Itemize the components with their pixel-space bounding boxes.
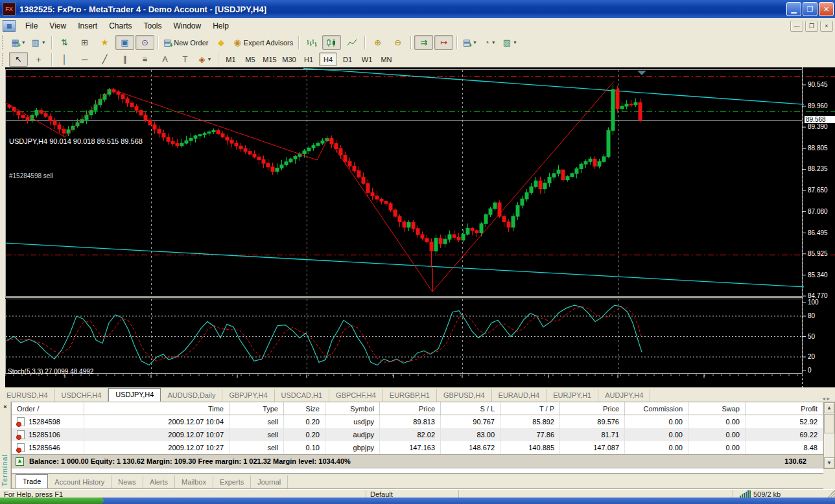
chart-child-icon[interactable]: ▦ — [3, 20, 16, 32]
strategy-tester-icon[interactable]: ⊙ — [135, 35, 154, 50]
menu-view[interactable]: View — [43, 19, 72, 32]
terminal-tab-mailbox[interactable]: Mailbox — [175, 475, 213, 488]
child-close-button[interactable]: × — [820, 21, 833, 32]
column-header[interactable]: T / P — [500, 402, 560, 415]
indicators-icon[interactable]: ▤+▼ — [460, 35, 479, 50]
scroll-down-button[interactable]: ▼ — [824, 457, 834, 468]
period-m1-button[interactable]: M1 — [222, 52, 240, 66]
order-row[interactable]: 152851062009.12.07 10:07sell0.20audjpy82… — [12, 428, 823, 441]
chart-tab-usdjpy-h4[interactable]: USDJPY,H4 — [108, 388, 161, 402]
zoom-in-icon[interactable]: ⊕ — [368, 35, 387, 50]
column-header[interactable]: Size — [284, 402, 325, 415]
terminal-scrollbar[interactable]: ▲ ▼ — [823, 402, 835, 469]
period-m15-button[interactable]: M15 — [261, 52, 279, 66]
crosshair-icon[interactable]: ＋ — [29, 52, 48, 67]
order-row[interactable]: 152845982009.12.07 10:04sell0.20usdjpy89… — [12, 415, 823, 428]
new-order-button[interactable]: ▤+New Order — [161, 35, 210, 50]
scroll-up-button[interactable]: ▲ — [824, 402, 834, 413]
column-header[interactable]: Time — [84, 402, 229, 415]
minimize-button[interactable]: ▁ — [786, 2, 801, 16]
metaeditor-icon[interactable]: ◆ — [211, 35, 230, 50]
column-header[interactable]: Swap — [688, 402, 746, 415]
terminal-tab-trade[interactable]: Trade — [16, 474, 48, 488]
fibonacci-icon[interactable]: ≡ — [135, 52, 154, 67]
periods-icon[interactable]: ◔▼ — [480, 35, 499, 50]
terminal-tab-journal[interactable]: Journal — [251, 475, 288, 488]
maximize-button[interactable]: ❒ — [803, 2, 817, 16]
column-header[interactable]: Price — [380, 402, 441, 415]
status-bar: For Help, press F1 Default 509/2 kb — [0, 489, 835, 498]
terminal-tab-news[interactable]: News — [112, 475, 143, 488]
menu-tools[interactable]: Tools — [138, 19, 168, 32]
text-icon[interactable]: A — [156, 52, 174, 67]
chart-tab-audusd-daily[interactable]: AUDUSD,Daily — [161, 389, 222, 402]
column-header[interactable]: Price — [560, 402, 625, 415]
column-header[interactable]: Type — [229, 402, 284, 415]
new-chart-icon[interactable]: ▦+▼ — [9, 35, 28, 50]
column-header[interactable]: Profit — [746, 402, 823, 415]
period-h4-button[interactable]: H4 — [319, 52, 337, 66]
period-m5-button[interactable]: M5 — [241, 52, 259, 66]
period-h1-button[interactable]: H1 — [300, 52, 318, 66]
chart-tab-euraud-h4[interactable]: EURAUD,H4 — [492, 389, 547, 402]
pane-splitter[interactable] — [5, 297, 803, 298]
chart-tab-gbpchf-h4[interactable]: GBPCHF,H4 — [329, 389, 383, 402]
orders-table-header[interactable]: Order /TimeTypeSizeSymbolPriceS / LT / P… — [12, 402, 823, 415]
chart-line-icon[interactable] — [342, 35, 361, 50]
period-w1-button[interactable]: W1 — [358, 52, 376, 66]
column-header[interactable]: S / L — [441, 402, 500, 415]
chart-tab-gbpusd-h4[interactable]: GBPUSD,H4 — [437, 389, 492, 402]
zoom-out-icon[interactable]: ⊖ — [388, 35, 407, 50]
chart-tab-usdchf-h4[interactable]: USDCHF,H4 — [55, 389, 109, 402]
order-row[interactable]: 152856462009.12.07 10:27sell0.10gbpjpy14… — [12, 441, 823, 454]
chart-tab-eurjpy-h1[interactable]: EURJPY,H1 — [547, 389, 598, 402]
terminal-tab-alerts[interactable]: Alerts — [143, 475, 175, 488]
data-window-icon[interactable]: ⊞ — [75, 35, 94, 50]
menu-charts[interactable]: Charts — [103, 19, 137, 32]
chart-tab-audjpy-h4[interactable]: AUDJPY,H4 — [598, 389, 650, 402]
chart-tab-gbpjpy-h4[interactable]: GBPJPY,H4 — [222, 389, 274, 402]
menu-insert[interactable]: Insert — [72, 19, 103, 32]
text-label-icon[interactable]: T — [176, 52, 194, 67]
templates-icon[interactable]: ▨▼ — [500, 35, 519, 50]
horizontal-line-icon[interactable]: ─ — [75, 52, 94, 67]
menu-window[interactable]: Window — [168, 19, 207, 32]
period-m30-button[interactable]: M30 — [280, 52, 298, 66]
column-header[interactable]: Symbol — [325, 402, 380, 415]
cursor-icon[interactable]: ↖ — [9, 52, 28, 67]
balance-row[interactable]: ▲ Balance: 1 000.00 Equity: 1 130.62 Mar… — [12, 454, 823, 468]
chart-bars-icon[interactable] — [302, 35, 321, 50]
close-button[interactable]: ✕ — [819, 2, 834, 16]
column-header[interactable]: Commission — [625, 402, 688, 415]
scroll-thumb[interactable] — [824, 414, 834, 433]
chart-candles-icon[interactable] — [322, 35, 341, 50]
vertical-line-icon[interactable]: │ — [55, 52, 74, 67]
child-minimize-button[interactable]: — — [790, 21, 803, 32]
chart-shift-icon[interactable]: ↦ — [434, 35, 453, 50]
chart-area[interactable]: USDJPY,H4 90.014 90.018 89.515 89.568 #1… — [0, 67, 835, 387]
child-restore-button[interactable]: ❐ — [805, 21, 818, 32]
period-d1-button[interactable]: D1 — [338, 52, 357, 66]
auto-scroll-icon[interactable]: ⇉ — [414, 35, 433, 50]
period-mn-button[interactable]: MN — [377, 52, 395, 66]
terminal-tab-experts[interactable]: Experts — [213, 475, 251, 488]
column-header[interactable]: Order / — [12, 402, 84, 415]
market-watch-icon[interactable]: ⇅ — [55, 35, 74, 50]
arrows-icon[interactable]: ◈▼ — [196, 52, 215, 67]
trendline-icon[interactable]: ╱ — [95, 52, 114, 67]
price-chart[interactable] — [0, 67, 835, 387]
terminal-icon[interactable]: ▣ — [115, 35, 134, 50]
menu-help[interactable]: Help — [207, 19, 235, 32]
terminal-tab-account-history[interactable]: Account History — [48, 475, 112, 488]
expert-advisors-button[interactable]: ◉Expert Advisors — [231, 35, 295, 50]
title-bar[interactable]: FX 1382525: FxPro - MetaTrader 4 - Demo … — [0, 0, 835, 18]
tab-scroll-arrows[interactable]: ◂ ▸ — [822, 395, 835, 402]
channel-icon[interactable]: ∥ — [115, 52, 134, 67]
chart-tab-usdcad-h1[interactable]: USDCAD,H1 — [275, 389, 330, 402]
navigator-icon[interactable]: ★ — [95, 35, 114, 50]
chart-tab-eurgbp-h1[interactable]: EURGBP,H1 — [383, 389, 437, 402]
terminal-close-button[interactable]: × — [1, 403, 9, 411]
profiles-icon[interactable]: ▥▼ — [29, 35, 48, 50]
menu-file[interactable]: File — [19, 19, 43, 32]
chart-tab-eurusd-h4[interactable]: EURUSD,H4 — [0, 389, 55, 402]
